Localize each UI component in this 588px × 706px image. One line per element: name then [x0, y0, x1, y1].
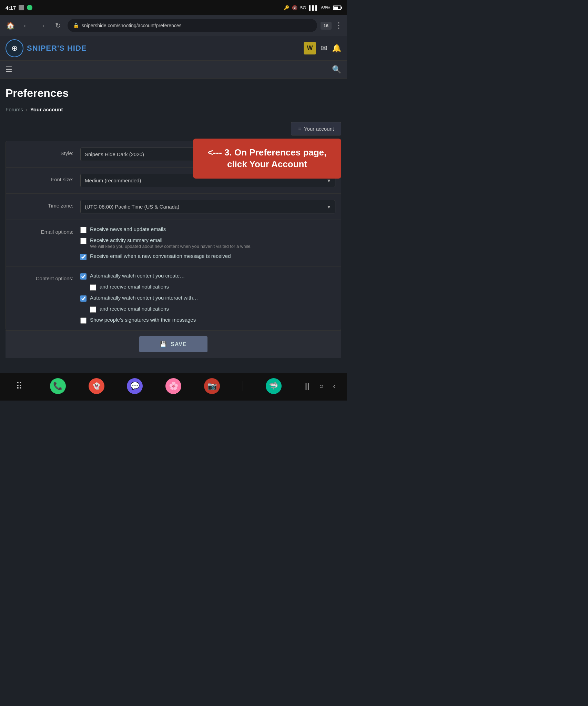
lock-icon: 🔒	[73, 23, 79, 28]
email-summary-row: Receive activity summary email We will k…	[80, 237, 335, 249]
content-email-create-checkbox[interactable]	[90, 284, 96, 291]
email-conversation-label: Receive email when a new conversation me…	[90, 253, 231, 259]
content-email-interact-checkbox[interactable]	[90, 306, 96, 313]
email-summary-sub: We will keep you updated about new conte…	[90, 244, 252, 249]
logo-icon: ⊕	[6, 39, 23, 57]
status-left: 4:17	[6, 5, 32, 11]
time-zone-control: (UTC-08:00) Pacific Time (US & Canada) ▼	[80, 200, 335, 213]
email-conversation-row: Receive email when a new conversation me…	[80, 253, 335, 260]
tooltip-callout: <--- 3. On Preferences page, click Your …	[193, 139, 341, 179]
search-button[interactable]: 🔍	[332, 65, 341, 74]
browser-bar: 🏠 ← → ↻ 🔒 snipershide.com/shooting/accou…	[0, 15, 347, 36]
status-right: 🔑 🔇 5G ▌▌▌ 65%	[284, 5, 341, 10]
flower-app-icon[interactable]: 🌸	[165, 378, 181, 394]
menu-lines-icon: ≡	[298, 126, 301, 132]
content-signatures-text: Show people's signatures with their mess…	[90, 317, 196, 323]
status-bar: 4:17 🔑 🔇 5G ▌▌▌ 65%	[0, 0, 347, 15]
time-zone-label: Time zone:	[11, 200, 80, 209]
surfshark-app-icon[interactable]: 🦈	[266, 378, 282, 394]
content-watch-create-checkbox[interactable]	[80, 273, 87, 280]
content-email-create-text: and receive email notifications	[100, 284, 169, 290]
content-watch-interact-text: Automatically watch content you interact…	[90, 295, 198, 301]
logo-accent: HIDE	[67, 44, 87, 52]
email-options-row: Email options: Receive news and update e…	[6, 220, 341, 266]
breadcrumb-forums[interactable]: Forums	[6, 107, 23, 112]
email-conversation-checkbox[interactable]	[80, 254, 87, 260]
url-bar[interactable]: 🔒 snipershide.com/shooting/account/prefe…	[68, 19, 317, 32]
avatar[interactable]: W	[304, 42, 316, 54]
email-options-label: Email options:	[11, 226, 80, 235]
tab-count[interactable]: 16	[321, 22, 332, 30]
email-options-control: Receive news and update emails Receive a…	[80, 226, 335, 260]
messages-button[interactable]: ✉	[321, 44, 327, 53]
content-options-control: Automatically watch content you create… …	[80, 273, 335, 324]
battery-icon	[333, 6, 341, 10]
back-button[interactable]: ←	[20, 19, 32, 32]
gallery-icon	[19, 5, 24, 10]
email-news-text: Receive news and update emails	[90, 226, 166, 232]
content-options-row: Content options: Automatically watch con…	[6, 266, 341, 330]
sound-icon: 🔇	[292, 5, 297, 10]
breadcrumb-current: Your account	[30, 107, 63, 112]
content-options-label: Content options:	[11, 273, 80, 281]
surfshark-status-icon	[27, 5, 32, 10]
content-watch-interact-checkbox[interactable]	[80, 295, 87, 302]
save-area: 💾 SAVE	[6, 330, 341, 358]
network-type: 5G	[300, 5, 306, 10]
camera-app-icon[interactable]: 📷	[204, 378, 220, 394]
email-conversation-text: Receive email when a new conversation me…	[90, 253, 231, 259]
email-summary-checkbox[interactable]	[80, 238, 87, 244]
recent-apps-button[interactable]: |||	[304, 382, 310, 390]
breadcrumb-separator: ›	[26, 107, 28, 112]
hamburger-menu-button[interactable]: ☰	[6, 65, 12, 74]
slack-app-icon[interactable]: 💬	[127, 378, 143, 394]
nav-divider	[243, 381, 243, 391]
email-summary-text: Receive activity summary email	[90, 237, 252, 243]
logo-area[interactable]: ⊕ SNIPER'S HIDE	[6, 39, 87, 57]
phone-app-icon[interactable]: 📞	[50, 378, 66, 394]
nav-bar: ☰ 🔍	[0, 61, 347, 79]
save-button[interactable]: 💾 SAVE	[139, 336, 207, 352]
save-icon: 💾	[160, 341, 167, 347]
your-account-button[interactable]: ≡ Your account	[291, 122, 341, 135]
email-news-label: Receive news and update emails	[90, 226, 166, 232]
android-bottom-nav: ⠿ 📞 👻 💬 🌸 📷 🦈 ||| ○ ‹	[0, 373, 347, 401]
content-email-create-row: and receive email notifications	[90, 284, 335, 291]
notifications-button[interactable]: 🔔	[332, 44, 341, 53]
content-watch-create-text: Automatically watch content you create…	[90, 273, 185, 279]
signal-icon: ▌▌▌	[309, 5, 318, 10]
save-label: SAVE	[171, 341, 186, 347]
content-email-interact-row: and receive email notifications	[90, 306, 335, 313]
home-sys-button[interactable]: ○	[319, 382, 323, 390]
back-sys-button[interactable]: ‹	[333, 382, 335, 390]
breadcrumb: Forums › Your account	[6, 107, 341, 112]
style-label: Style:	[11, 148, 80, 156]
sys-buttons: ||| ○ ‹	[304, 382, 335, 390]
site-header: ⊕ SNIPER'S HIDE W ✉ 🔔	[0, 36, 347, 61]
email-news-row: Receive news and update emails	[80, 226, 335, 233]
email-summary-label: Receive activity summary email We will k…	[90, 237, 252, 249]
snapchat-app-icon[interactable]: 👻	[89, 378, 104, 394]
content-signatures-checkbox[interactable]	[80, 317, 87, 324]
browser-menu-button[interactable]: ⋮	[335, 21, 343, 30]
page-title: Preferences	[6, 87, 341, 100]
content-watch-create-row: Automatically watch content you create…	[80, 273, 335, 280]
forward-button[interactable]: →	[36, 19, 48, 32]
logo-plain: SNIPER'S	[27, 44, 67, 52]
account-button-row: ≡ Your account <--- 3. On Preferences pa…	[6, 122, 341, 135]
content-email-interact-text: and receive email notifications	[100, 306, 169, 312]
refresh-button[interactable]: ↻	[52, 19, 64, 32]
app-drawer-icon[interactable]: ⠿	[11, 378, 27, 394]
font-size-label: Font size:	[11, 174, 80, 182]
home-button[interactable]: 🏠	[4, 19, 17, 32]
logo-text: SNIPER'S HIDE	[27, 44, 87, 53]
time-zone-select[interactable]: (UTC-08:00) Pacific Time (US & Canada)	[80, 200, 335, 213]
email-news-checkbox[interactable]	[80, 227, 87, 233]
time-zone-select-wrapper: (UTC-08:00) Pacific Time (US & Canada) ▼	[80, 200, 335, 213]
page-content: Preferences Forums › Your account ≡ Your…	[0, 79, 347, 366]
battery-label: 65%	[321, 5, 330, 10]
your-account-label: Your account	[304, 126, 334, 132]
url-text: snipershide.com/shooting/account/prefere…	[82, 23, 182, 28]
tooltip-text: <--- 3. On Preferences page, click Your …	[208, 147, 327, 169]
content-watch-interact-row: Automatically watch content you interact…	[80, 295, 335, 302]
